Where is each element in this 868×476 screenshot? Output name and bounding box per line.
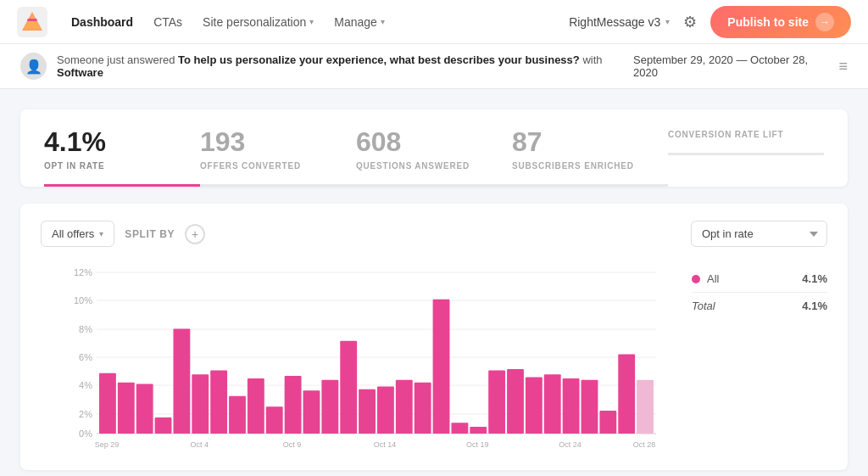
svg-rect-22 bbox=[173, 329, 190, 434]
svg-rect-25 bbox=[229, 396, 246, 434]
svg-rect-21 bbox=[155, 417, 172, 434]
svg-text:Oct 28: Oct 28 bbox=[633, 440, 656, 449]
workspace-selector[interactable]: RightMessage v3 ▾ bbox=[569, 15, 670, 29]
svg-rect-20 bbox=[136, 384, 153, 434]
legend-total: Total 4.1% bbox=[692, 300, 827, 312]
legend-total-label: Total bbox=[692, 300, 715, 312]
notification-menu-icon[interactable]: ≡ bbox=[838, 58, 848, 76]
legend-all-label: All bbox=[707, 272, 795, 285]
svg-rect-36 bbox=[433, 300, 450, 434]
logo-icon bbox=[17, 7, 47, 37]
svg-rect-37 bbox=[451, 423, 468, 434]
svg-rect-31 bbox=[340, 341, 357, 434]
svg-rect-28 bbox=[285, 376, 302, 434]
chart-toolbar-right: Opt in rate Offers converted Questions a… bbox=[691, 221, 827, 247]
svg-rect-45 bbox=[599, 411, 616, 434]
stat-opt-in-rate[interactable]: 4.1% OPT IN RATE bbox=[44, 126, 200, 187]
stat-offers-converted-value: 193 bbox=[200, 126, 356, 158]
svg-text:Oct 24: Oct 24 bbox=[559, 440, 581, 449]
svg-rect-42 bbox=[544, 374, 561, 434]
legend-all-dot bbox=[692, 275, 700, 283]
stat-opt-in-rate-label: OPT IN RATE bbox=[44, 161, 200, 171]
svg-text:Oct 9: Oct 9 bbox=[283, 440, 302, 449]
svg-text:Oct 14: Oct 14 bbox=[374, 440, 397, 449]
svg-rect-43 bbox=[563, 378, 580, 434]
svg-rect-27 bbox=[266, 406, 283, 434]
chart-svg-container: 12% 10% 8% 6% 4% 2% 0% Sep 29Oct 4Oct 9O… bbox=[41, 264, 678, 453]
split-by-label: SPLIT BY bbox=[125, 228, 175, 240]
svg-rect-47 bbox=[637, 380, 654, 434]
svg-text:10%: 10% bbox=[74, 295, 92, 305]
notification-left: 👤 Someone just answered To help us perso… bbox=[20, 53, 633, 80]
svg-text:8%: 8% bbox=[79, 324, 92, 334]
chart-legend: All 4.1% Total 4.1% bbox=[692, 264, 827, 453]
all-offers-dropdown[interactable]: All offers ▾ bbox=[41, 221, 114, 247]
notification-right: September 29, 2020 — October 28, 2020 ≡ bbox=[633, 53, 848, 79]
notification-avatar: 👤 bbox=[20, 53, 47, 80]
svg-rect-32 bbox=[359, 389, 376, 434]
main-content: 4.1% OPT IN RATE 193 OFFERS CONVERTED 60… bbox=[0, 89, 868, 476]
svg-text:4%: 4% bbox=[79, 380, 92, 390]
svg-rect-46 bbox=[618, 355, 635, 434]
svg-rect-38 bbox=[470, 427, 487, 434]
legend-all-value: 4.1% bbox=[802, 272, 827, 285]
svg-rect-40 bbox=[507, 369, 524, 434]
svg-text:2%: 2% bbox=[79, 409, 92, 419]
svg-text:12%: 12% bbox=[74, 267, 92, 277]
stat-subscribers-enriched-value: 87 bbox=[512, 126, 668, 158]
nav-site-personalization[interactable]: Site personalization ▾ bbox=[203, 15, 314, 29]
stats-row: 4.1% OPT IN RATE 193 OFFERS CONVERTED 60… bbox=[44, 126, 824, 187]
svg-text:Oct 19: Oct 19 bbox=[466, 440, 489, 449]
workspace-chevron-icon: ▾ bbox=[665, 17, 670, 26]
svg-rect-39 bbox=[488, 371, 505, 434]
all-offers-chevron-icon: ▾ bbox=[99, 229, 103, 238]
publish-arrow-icon: → bbox=[815, 13, 834, 31]
manage-chevron-icon: ▾ bbox=[381, 17, 385, 26]
svg-text:0%: 0% bbox=[79, 428, 92, 439]
chart-area: 12% 10% 8% 6% 4% 2% 0% Sep 29Oct 4Oct 9O… bbox=[41, 264, 827, 453]
legend-all-item: All 4.1% bbox=[692, 272, 827, 293]
svg-rect-26 bbox=[248, 378, 264, 434]
svg-rect-35 bbox=[415, 383, 431, 434]
metric-select[interactable]: Opt in rate Offers converted Questions a… bbox=[691, 221, 827, 247]
chart-section: All offers ▾ SPLIT BY + Opt in rate Offe… bbox=[20, 204, 848, 470]
stat-offers-converted[interactable]: 193 OFFERS CONVERTED bbox=[200, 126, 356, 187]
notification-text: Someone just answered To help us persona… bbox=[57, 53, 633, 79]
stat-subscribers-enriched[interactable]: 87 SUBSCRIBERS ENRICHED bbox=[512, 126, 668, 187]
settings-icon[interactable]: ⚙ bbox=[683, 13, 697, 31]
svg-rect-41 bbox=[526, 378, 542, 434]
nav-right: RightMessage v3 ▾ ⚙ Publish to site → bbox=[569, 6, 851, 38]
stat-questions-answered-label: QUESTIONS ANSWERED bbox=[356, 161, 512, 171]
nav-links: Dashboard CTAs Site personalization ▾ Ma… bbox=[71, 15, 545, 29]
svg-text:Oct 4: Oct 4 bbox=[191, 440, 209, 449]
bar-chart-svg: 12% 10% 8% 6% 4% 2% 0% Sep 29Oct 4Oct 9O… bbox=[41, 264, 678, 451]
publish-button[interactable]: Publish to site → bbox=[710, 6, 851, 38]
navbar: Dashboard CTAs Site personalization ▾ Ma… bbox=[0, 0, 868, 44]
stat-questions-answered-value: 608 bbox=[356, 126, 512, 158]
svg-rect-44 bbox=[581, 380, 598, 434]
svg-rect-23 bbox=[192, 374, 209, 434]
stat-offers-converted-label: OFFERS CONVERTED bbox=[200, 161, 356, 171]
stat-questions-answered[interactable]: 608 QUESTIONS ANSWERED bbox=[356, 126, 512, 187]
svg-rect-30 bbox=[321, 380, 338, 434]
legend-total-value: 4.1% bbox=[802, 300, 827, 312]
stat-conversion-rate-lift-label: CONVERSION RATE LIFT bbox=[668, 130, 824, 139]
svg-rect-3 bbox=[27, 19, 37, 21]
svg-rect-33 bbox=[377, 387, 394, 434]
add-split-button[interactable]: + bbox=[185, 224, 205, 244]
stat-conversion-rate-lift[interactable]: CONVERSION RATE LIFT bbox=[668, 126, 824, 155]
chart-toolbar: All offers ▾ SPLIT BY + Opt in rate Offe… bbox=[41, 221, 827, 247]
svg-rect-19 bbox=[118, 383, 135, 434]
nav-dashboard[interactable]: Dashboard bbox=[71, 15, 133, 29]
nav-manage[interactable]: Manage ▾ bbox=[334, 15, 385, 29]
svg-rect-29 bbox=[303, 390, 320, 434]
svg-text:Sep 29: Sep 29 bbox=[95, 440, 120, 449]
notification-bar: 👤 Someone just answered To help us perso… bbox=[0, 44, 868, 89]
stat-opt-in-rate-value: 4.1% bbox=[44, 126, 200, 158]
nav-ctas[interactable]: CTAs bbox=[153, 15, 182, 29]
date-range: September 29, 2020 — October 28, 2020 bbox=[633, 53, 828, 79]
site-personalization-chevron-icon: ▾ bbox=[309, 17, 314, 26]
stat-subscribers-enriched-label: SUBSCRIBERS ENRICHED bbox=[512, 161, 668, 171]
stats-card: 4.1% OPT IN RATE 193 OFFERS CONVERTED 60… bbox=[20, 109, 848, 187]
chart-wrapper: 12% 10% 8% 6% 4% 2% 0% Sep 29Oct 4Oct 9O… bbox=[41, 264, 678, 453]
